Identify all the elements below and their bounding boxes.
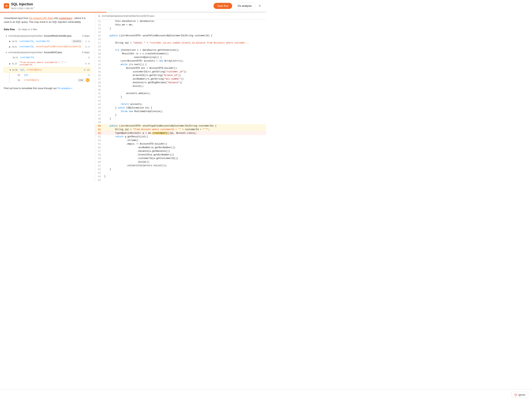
- header: H SQL Injection SNYK CODE | CWE-89 ↗ Dat…: [0, 0, 266, 12]
- line-content-24: [103, 30, 266, 34]
- line-number-53: 53: [95, 135, 103, 139]
- line-content-32: List<AccountDTO> accounts = new ArrayLis…: [103, 59, 266, 63]
- source-badge: SOURCE: [71, 40, 82, 43]
- data-flow-button[interactable]: Data flow: [214, 3, 232, 9]
- line-content-26: [103, 38, 266, 41]
- fix-analysis-link[interactable]: Fix analysis »: [57, 87, 72, 90]
- step-range-5: 9 - 10: [83, 69, 89, 71]
- code-line-25: 25 public List<AccountDTO> unsafeFindAcc…: [95, 34, 266, 38]
- sub-row-createquery[interactable]: :36 createQuery SINK 10: [9, 77, 91, 83]
- snyk-code-label: SNYK CODE: [11, 7, 23, 10]
- header-right: Data flow Fix analysis ×: [214, 3, 262, 9]
- line-content-45: } catch (SQLException ex) {: [103, 106, 266, 110]
- line-number-55: 55: [95, 142, 103, 146]
- line-number-43: 43: [95, 99, 103, 103]
- line-content-34: AccountDTO acc = AccountDTO.builder(): [103, 67, 266, 70]
- line-content-47: }: [103, 113, 266, 117]
- code-line-41: 41 accounts.add(acc);: [95, 92, 266, 95]
- line-number-52: 52: [95, 131, 103, 135]
- line-number-26: 26: [95, 38, 103, 41]
- code-line-28: 28: [95, 45, 266, 49]
- line-number-27: 27: [95, 41, 103, 45]
- sub-step-code-1: jql: [24, 74, 83, 76]
- line-content-28: [103, 45, 266, 49]
- line-content-39: .build();: [103, 85, 266, 88]
- step-row-1[interactable]: ▶ 24:76 customerId, customerId SOURCE 1 …: [4, 38, 91, 44]
- line-content-65: [103, 178, 266, 182]
- code-line-32: 32 List<AccountDTO> accounts = new Array…: [95, 59, 266, 63]
- line-number-35: 35: [95, 70, 103, 74]
- line-number-41: 41: [95, 92, 103, 95]
- file-steps-2: 6 steps: [82, 51, 89, 54]
- source-highlight[interactable]: the request URL flows: [29, 17, 53, 19]
- line-number-58: 58: [95, 153, 103, 157]
- line-content-60: .build()): [103, 160, 266, 164]
- line-content-62: }: [103, 167, 266, 171]
- line-content-59: .customerId(a.getCustomerId()): [103, 157, 266, 160]
- sub-row-jql[interactable]: :48 jql 9: [9, 73, 91, 77]
- header-left: H SQL Injection SNYK CODE | CWE-89 ↗: [4, 2, 35, 10]
- file-header-2[interactable]: ▼ src/main/java/pas/au/snyk/se/dao/Accou…: [4, 50, 91, 55]
- chevron-down-icon-5: ▼: [9, 69, 11, 71]
- line-content-29: try (Connection c = dataSource.getConnec…: [103, 49, 266, 52]
- file-path-normal-1: src/main/java/pas/au/snyk/se/dao/: [8, 35, 43, 37]
- code-line-43: 43: [95, 99, 266, 103]
- code-line-44: 44 return accounts;: [95, 103, 266, 106]
- line-content-55: .map(a -> AccountDTO.builder(): [103, 142, 266, 146]
- step-num-4: 51:22: [12, 62, 19, 65]
- code-line-45: 45 } catch (SQLException ex) {: [95, 106, 266, 110]
- code-line-61: 61 .collect(Collectors.toList());: [95, 164, 266, 167]
- close-button[interactable]: ×: [257, 3, 262, 9]
- line-content-56: .accNumber(a.getAccNumber()): [103, 146, 266, 149]
- line-content-51: String jql = "from Account where custome…: [103, 128, 266, 131]
- line-number-50: 50: [95, 124, 103, 128]
- step-row-3[interactable]: 50:70 customerId 5: [4, 55, 91, 60]
- line-number-33: 33: [95, 63, 103, 67]
- code-line-65: 65: [95, 178, 266, 182]
- code-line-46: 46 throw new RuntimeException(ex);: [95, 110, 266, 113]
- file-path-bold-1: AccountRestController.java: [44, 35, 71, 37]
- line-number-61: 61: [95, 164, 103, 167]
- step-circle-10: 10: [86, 78, 89, 82]
- line-number-64: 64: [95, 175, 103, 178]
- file-section-1: ▼ src/main/java/pas/au/snyk/se/dao/Accou…: [4, 33, 91, 49]
- line-content-37: .accNumber(rs.getString("acc_number")): [103, 77, 266, 81]
- line-number-22: 22: [95, 23, 103, 27]
- line-number-28: 28: [95, 45, 103, 49]
- line-number-30: 30: [95, 52, 103, 56]
- line-content-54: .stream(): [103, 139, 266, 142]
- code-line-52: 52 TypedQuery<Account> q = em.createQuer…: [95, 131, 266, 135]
- snyk-logo: H: [4, 3, 9, 9]
- code-line-40: 40: [95, 88, 266, 92]
- code-table: 21 this.dataSource = dataSource;22 this.…: [95, 19, 266, 182]
- step-row-2[interactable]: ▶ 25:61 customerId, unsafeJpaFindAccount…: [4, 44, 91, 49]
- code-line-33: 33 while (rs.next()) {: [95, 63, 266, 67]
- line-content-44: return accounts;: [103, 103, 266, 106]
- code-line-47: 47 }: [95, 113, 266, 117]
- step-row-4[interactable]: ▶ 51:22 "from Account where customerId =…: [4, 60, 91, 67]
- line-content-64: }: [103, 175, 266, 178]
- step-badge-5: 9 - 10: [83, 69, 89, 71]
- file-header-1[interactable]: ▼ src/main/java/pas/au/snyk/se/dao/Accou…: [4, 33, 91, 38]
- page-title: SQL Injection: [11, 2, 35, 6]
- fix-analysis-button[interactable]: Fix analysis: [234, 3, 256, 9]
- code-line-54: 54 .stream(): [95, 139, 266, 142]
- line-number-47: 47: [95, 113, 103, 117]
- line-number-59: 59: [95, 157, 103, 160]
- line-number-56: 56: [95, 146, 103, 149]
- code-viewer[interactable]: 21 this.dataSource = dataSource;22 this.…: [95, 19, 266, 182]
- line-content-61: .collect(Collectors.toList());: [103, 164, 266, 167]
- line-number-25: 25: [95, 34, 103, 38]
- step-badge-2: 3 - 4: [83, 46, 89, 48]
- line-content-50: public List<AccountDTO> unsafeJpaFindAcc…: [103, 124, 266, 128]
- code-line-24: 24: [95, 30, 266, 34]
- line-content-27: String sql = "select " + "customer_id,ac…: [103, 41, 266, 45]
- sink-highlight[interactable]: createQuery: [59, 17, 72, 19]
- line-number-45: 45: [95, 106, 103, 110]
- line-content-31: .executeQuery(sql)) {: [103, 56, 266, 59]
- step-row-5[interactable]: ▼ 52:48 jql, createQuery 9 - 10: [4, 67, 91, 73]
- code-line-39: 39 .build();: [95, 85, 266, 88]
- left-footer: Find out how to remediate this issue thr…: [4, 87, 91, 90]
- step-num-2: 25:61: [12, 46, 19, 48]
- external-link-icon[interactable]: ↗: [33, 7, 35, 9]
